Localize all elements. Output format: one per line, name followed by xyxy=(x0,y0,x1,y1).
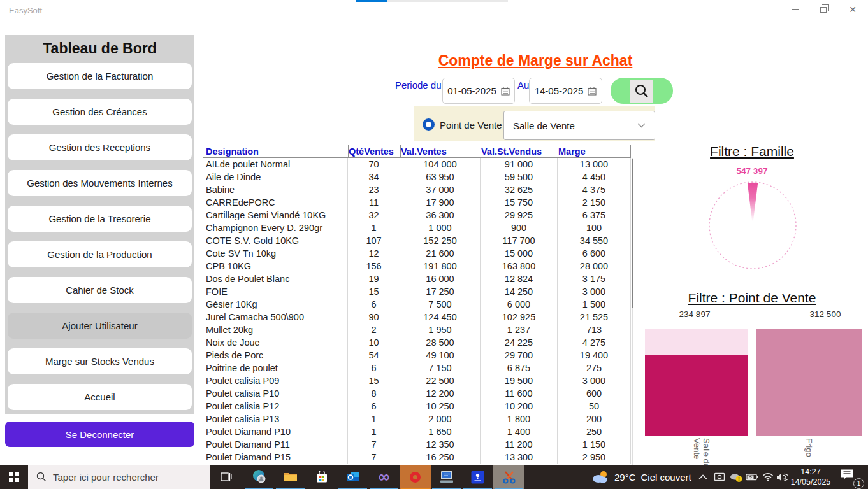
cell-valventes: 22 500 xyxy=(400,374,481,387)
table-row[interactable]: Poulet calisia P12 6 10 250 10 200 50 xyxy=(203,400,631,413)
notification-center-button[interactable]: 1 xyxy=(840,469,865,486)
table-row[interactable]: Poulet calisia P09 15 22 500 19 500 3 00… xyxy=(203,374,631,387)
wifi-tray-button[interactable] xyxy=(762,465,774,489)
cell-designation: Poulet Diamand P15 xyxy=(203,451,348,464)
cell-valventes: 104 000 xyxy=(400,158,481,171)
table-row[interactable]: Poulet Diamand P15 7 16 250 13 300 2 950 xyxy=(203,451,631,464)
cell-valventes: 124 450 xyxy=(400,311,481,323)
cell-valventes: 12 200 xyxy=(400,387,481,400)
table-row[interactable]: Cote SV Tn 10kg 12 21 600 15 000 6 600 xyxy=(203,247,631,260)
cell-valventes: 21 600 xyxy=(400,247,481,260)
task-view-button[interactable] xyxy=(210,465,242,489)
sidebar-item[interactable]: Gestion des Receptions xyxy=(8,134,192,160)
table-row[interactable]: Jurel Camacha 500\900 90 124 450 102 925… xyxy=(203,311,631,323)
start-button[interactable] xyxy=(0,465,28,489)
blue-app-button[interactable] xyxy=(462,465,493,489)
taskbar-search-input[interactable]: Taper ici pour rechercher xyxy=(28,465,210,489)
minimize-button[interactable] xyxy=(782,0,807,19)
sidebar-item[interactable]: Gestion des Mouvements Internes xyxy=(8,170,192,196)
sidebar-item[interactable]: Accueil xyxy=(8,384,192,410)
cell-qteventes: 6 xyxy=(348,362,400,374)
table-row[interactable]: Noix de Joue 10 28 500 24 225 4 275 xyxy=(203,336,631,349)
blue-app-icon xyxy=(471,471,484,484)
visual-studio-app-button[interactable]: ∞ xyxy=(368,465,400,489)
snipping-tool-app-button[interactable] xyxy=(493,465,524,489)
date-from-input[interactable]: 01-05-2025 xyxy=(442,78,515,104)
column-header-qteventes[interactable]: QtéVentes xyxy=(348,145,400,158)
sidebar-item-label: Cahier de Stock xyxy=(66,285,134,295)
table-row[interactable]: Poulet calisia P13 1 2 000 1 800 200 xyxy=(203,413,631,425)
sidebar-item[interactable]: Marge sur Stocks Vendus xyxy=(8,348,192,374)
edge-app-button[interactable] xyxy=(243,465,275,489)
table-row[interactable]: Dos de Poulet Blanc 19 16 000 12 824 3 1… xyxy=(203,273,631,285)
pie-slice[interactable] xyxy=(748,183,758,225)
volume-tray-button[interactable] xyxy=(776,465,788,489)
close-button[interactable]: ✕ xyxy=(840,0,865,19)
famille-pie-chart[interactable] xyxy=(708,181,797,270)
pos-terminal-app-button[interactable] xyxy=(431,465,462,489)
sidebar-item[interactable]: Cahier de Stock xyxy=(8,277,192,303)
search-button[interactable] xyxy=(611,78,673,104)
cell-marge: 4 275 xyxy=(558,336,631,349)
sidebar-item[interactable]: Gestion de la Production xyxy=(8,241,192,267)
sidebar-item[interactable]: Gestion de la Facturation xyxy=(8,63,192,89)
outlook-app-button[interactable] xyxy=(337,465,368,489)
restore-button[interactable] xyxy=(811,0,836,19)
opera-app-button[interactable] xyxy=(400,465,431,489)
table-row[interactable]: CARREdePORC 11 17 900 15 750 2 150 xyxy=(203,196,631,209)
column-header-valventes[interactable]: Val.Ventes xyxy=(400,145,481,158)
table-row[interactable]: Mullet 20kg 2 1 950 1 237 713 xyxy=(203,323,631,336)
point-de-vente-dropdown[interactable]: Salle de Vente xyxy=(503,111,655,140)
cell-marge: 4 375 xyxy=(558,183,631,196)
taskbar-clock[interactable]: 14:27 14/05/2025 xyxy=(788,467,834,487)
table-row[interactable]: Poitrine de poulet 6 7 150 6 875 275 xyxy=(203,362,631,374)
table-row[interactable]: Aile de Dinde 34 63 950 59 500 4 450 xyxy=(203,171,631,183)
table-row[interactable]: FOIE 15 17 250 14 250 3 000 xyxy=(203,285,631,298)
chevron-up-icon xyxy=(698,474,707,480)
column-header-valstvendus[interactable]: Val.St.Vendus xyxy=(481,145,558,158)
battery-tray-button[interactable] xyxy=(746,465,758,489)
table-row[interactable]: COTE S.V. Gold 10KG 107 152 250 117 700 … xyxy=(203,234,631,247)
sidebar-item-label: Gestion des Mouvements Internes xyxy=(27,178,172,188)
sidebar-menu: Gestion de la FacturationGestion des Cré… xyxy=(8,63,192,410)
sidebar-item-label: Gestion des Créances xyxy=(52,106,147,117)
column-header-marge[interactable]: Marge xyxy=(558,145,631,158)
cell-qteventes: 11 xyxy=(348,196,400,209)
bar-frigo[interactable] xyxy=(756,329,862,436)
table-row[interactable]: CPB 10KG 156 191 800 163 800 28 000 xyxy=(203,260,631,273)
sidebar-item[interactable]: Gestion de la Tresorerie xyxy=(8,206,192,232)
table-row[interactable]: Gésier 10Kg 6 7 500 6 000 1 500 xyxy=(203,298,631,311)
sidebar-item[interactable]: Ajouter Utilisateur xyxy=(8,313,192,339)
clock-date: 14/05/2025 xyxy=(788,477,834,487)
table-row[interactable]: AILde poulet Normal 70 104 000 91 000 13… xyxy=(203,158,631,171)
weather-widget[interactable]: 29°C Ciel couvert xyxy=(591,465,691,489)
tray-chevron-button[interactable] xyxy=(698,465,707,489)
table-row[interactable]: Champignon Every D. 290gr 1 1 000 900 10… xyxy=(203,222,631,234)
cast-tray-button[interactable] xyxy=(714,465,725,489)
cell-designation: AILde poulet Normal xyxy=(203,158,348,171)
table-row[interactable]: Poulet calisia P10 8 12 200 11 600 600 xyxy=(203,387,631,400)
pos-terminal-icon xyxy=(440,471,454,483)
margin-table: Designation QtéVentes Val.Ventes Val.St.… xyxy=(203,145,631,464)
sidebar-item[interactable]: Gestion des Créances xyxy=(8,99,192,125)
table-row[interactable]: Babine 23 37 000 32 625 4 375 xyxy=(203,183,631,196)
edge-icon xyxy=(252,469,267,485)
table-row[interactable]: Cartillage Semi Viandé 10KG 32 36 300 29… xyxy=(203,209,631,222)
table-row[interactable]: Poulet Diamand P10 1 1 650 1 400 250 xyxy=(203,425,631,438)
table-row[interactable]: Poulet Diamand P11 7 12 350 11 200 1 150 xyxy=(203,438,631,451)
table-row[interactable]: Pieds de Porc 54 49 100 29 700 19 400 xyxy=(203,349,631,362)
cell-designation: Aile de Dinde xyxy=(203,171,348,183)
table-scrollbar-thumb[interactable] xyxy=(632,159,633,308)
column-header-designation[interactable]: Designation xyxy=(203,145,348,158)
cell-valventes: 49 100 xyxy=(400,349,481,362)
logout-button[interactable]: Se Deconnecter xyxy=(5,422,194,447)
windows-logo-icon xyxy=(9,472,19,482)
file-explorer-app-button[interactable] xyxy=(275,465,306,489)
onedrive-tray-button[interactable]: ! xyxy=(729,465,743,489)
period-from-label: Periode du xyxy=(395,80,442,90)
microsoft-store-app-button[interactable] xyxy=(306,465,337,489)
point-de-vente-radio[interactable] xyxy=(423,118,435,131)
window-title: EasySoft xyxy=(9,6,42,15)
bar-salle[interactable] xyxy=(645,329,748,436)
date-to-input[interactable]: 14-05-2025 xyxy=(529,78,602,104)
